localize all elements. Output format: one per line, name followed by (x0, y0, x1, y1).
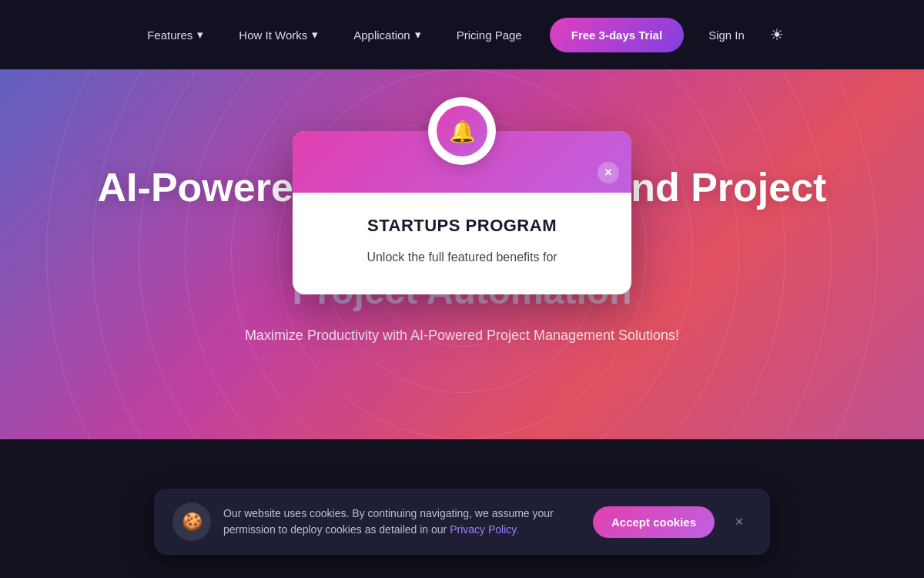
modal-title: STARTUPS PROGRAM (317, 216, 607, 236)
modal-bell-icon: 🔔 (437, 106, 487, 156)
cookie-banner: 🍪 Our website uses cookies. By continuin… (154, 489, 770, 555)
nav-application-label: Application (353, 29, 410, 42)
navbar: Features ▾ How It Works ▾ Application ▾ … (0, 0, 924, 69)
nav-features[interactable]: Features ▾ (133, 22, 217, 48)
hero-section: AI-Powered Time Tracking and Project Man… (0, 69, 924, 439)
modal-text: Unlock the full featured benefits for (317, 248, 607, 267)
chevron-down-icon: ▾ (197, 28, 203, 42)
chevron-down-icon-2: ▾ (312, 28, 318, 42)
privacy-policy-link[interactable]: Privacy Policy. (450, 523, 519, 536)
cookie-text: Our website uses cookies. By continuing … (223, 506, 581, 538)
nav-how-it-works-label: How It Works (239, 29, 307, 42)
sign-in-link[interactable]: Sign In (698, 22, 755, 48)
chevron-down-icon-3: ▾ (415, 28, 421, 42)
modal-close-button[interactable]: × (598, 162, 619, 183)
modal-icon-wrapper: 🔔 (428, 97, 496, 165)
nav-features-label: Features (147, 29, 192, 42)
nav-how-it-works[interactable]: How It Works ▾ (225, 22, 332, 48)
cookie-icon: 🍪 (172, 502, 211, 541)
theme-toggle-icon[interactable]: ☀ (763, 21, 791, 49)
accept-cookies-button[interactable]: Accept cookies (593, 506, 715, 538)
nav-pricing-label: Pricing Page (457, 29, 522, 42)
nav-pricing[interactable]: Pricing Page (443, 22, 536, 48)
hero-description: Maximize Productivity with AI-Powered Pr… (192, 328, 732, 344)
free-trial-button[interactable]: Free 3-days Trial (550, 18, 684, 52)
nav-application[interactable]: Application ▾ (340, 22, 434, 48)
cookie-close-button[interactable]: × (727, 509, 752, 534)
modal-card: 🔔 × STARTUPS PROGRAM Unlock the full fea… (293, 131, 631, 294)
modal-body: STARTUPS PROGRAM Unlock the full feature… (293, 193, 631, 294)
